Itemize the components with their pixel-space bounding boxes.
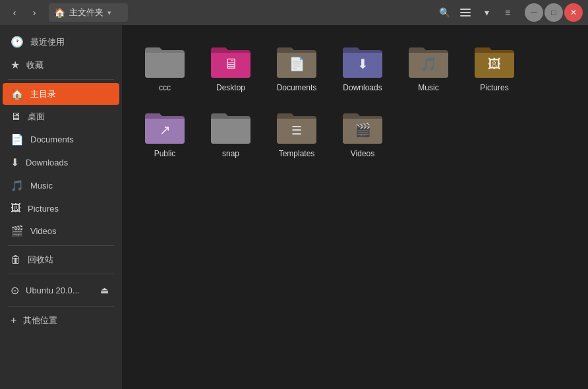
svg-text:🖥: 🖥 (223, 55, 238, 72)
minimize-button[interactable]: ─ (525, 3, 543, 22)
svg-text:📄: 📄 (289, 56, 305, 72)
file-item-public[interactable]: ↗ Public (135, 104, 194, 164)
sidebar-label-documents: Documents (30, 135, 74, 144)
file-item-ccc[interactable]: ccc (135, 38, 194, 98)
forward-button[interactable]: › (25, 3, 44, 22)
sidebar-item-ubuntu[interactable]: ⊙ Ubuntu 20.0... ⏏ (3, 278, 119, 303)
sidebar-label-desktop: 桌面 (28, 111, 45, 123)
file-label-desktop: Desktop (216, 83, 245, 94)
back-button[interactable]: ‹ (5, 3, 24, 22)
svg-text:🖼: 🖼 (488, 57, 501, 71)
sidebar-label-trash: 回收站 (28, 254, 53, 266)
sidebar-label-home: 主目录 (30, 88, 56, 100)
recent-icon: 🕐 (11, 36, 24, 48)
file-label-videos: Videos (351, 149, 374, 160)
sidebar-item-other-places[interactable]: + 其他位置 (3, 310, 119, 331)
titlebar: ‹ › 🏠 主文件夹 ▾ 🔍 ▾ ≡ ─ □ ✕ (0, 0, 588, 25)
folder-icon-music: 🎵 (407, 44, 450, 79)
file-label-downloads: Downloads (343, 83, 382, 94)
titlebar-actions: 🔍 ▾ ≡ (435, 3, 517, 22)
folder-icon-ccc (144, 44, 186, 79)
file-item-desktop[interactable]: 🖥 Desktop (201, 38, 260, 98)
sidebar-label-ubuntu: Ubuntu 20.0... (26, 285, 80, 295)
path-chevron-icon: ▾ (107, 9, 111, 17)
file-item-snap[interactable]: snap (201, 104, 260, 164)
file-item-videos[interactable]: 🎬 Videos (333, 104, 392, 164)
bookmarks-icon: ★ (11, 59, 20, 71)
pictures-icon: 🖼 (11, 202, 21, 214)
close-button[interactable]: ✕ (564, 3, 583, 22)
documents-icon: 📄 (11, 133, 24, 146)
svg-text:🎵: 🎵 (421, 56, 437, 72)
file-item-templates[interactable]: ☰ Templates (267, 104, 326, 164)
menu-button[interactable]: ≡ (498, 3, 517, 22)
eject-button[interactable]: ⏏ (98, 282, 111, 298)
svg-text:⬇: ⬇ (357, 57, 368, 71)
sidebar-item-desktop[interactable]: 🖥 桌面 (3, 106, 119, 127)
videos-icon: 🎬 (11, 225, 24, 237)
sidebar-item-pictures[interactable]: 🖼 Pictures (3, 198, 119, 219)
ubuntu-icon: ⊙ (11, 284, 19, 297)
folder-icon-documents: 📄 (276, 44, 318, 79)
file-label-music: Music (418, 83, 438, 94)
folder-icon-snap (210, 109, 252, 145)
svg-text:🎬: 🎬 (355, 122, 371, 138)
music-icon: 🎵 (11, 179, 24, 192)
sidebar-label-downloads: Downloads (26, 158, 68, 167)
sidebar-divider-3 (8, 274, 114, 274)
sidebar-label-music: Music (30, 181, 53, 191)
file-item-music[interactable]: 🎵 Music (399, 38, 458, 98)
folder-icon-videos: 🎬 (341, 109, 384, 145)
trash-icon: 🗑 (11, 254, 21, 266)
maximize-button[interactable]: □ (544, 3, 563, 22)
sidebar-divider-1 (8, 79, 114, 80)
file-item-pictures[interactable]: 🖼 Pictures (465, 38, 524, 98)
path-bar[interactable]: 🏠 主文件夹 ▾ (49, 3, 128, 22)
home-folder-icon: 🏠 (11, 88, 24, 100)
folder-icon-public: ↗ (144, 109, 186, 145)
sidebar-label-bookmarks: 收藏 (26, 59, 44, 71)
folder-icon-pictures: 🖼 (473, 44, 515, 79)
folder-icon-templates: ☰ (276, 109, 318, 145)
view-toggle-button[interactable]: ▾ (477, 3, 496, 22)
sidebar-label-recent: 最近使用 (30, 36, 65, 48)
other-places-icon: + (11, 314, 16, 326)
svg-rect-2 (460, 15, 471, 16)
list-view-button[interactable] (456, 3, 475, 22)
svg-rect-1 (460, 12, 471, 13)
sidebar-item-videos[interactable]: 🎬 Videos (3, 220, 119, 242)
search-button[interactable]: 🔍 (435, 3, 454, 22)
sidebar-label-pictures: Pictures (28, 204, 59, 214)
window-controls: ─ □ ✕ (525, 3, 583, 22)
sidebar-item-home[interactable]: 🏠 主目录 (3, 83, 119, 105)
svg-text:↗: ↗ (160, 123, 171, 137)
file-label-pictures: Pictures (480, 83, 508, 94)
file-label-templates: Templates (279, 149, 315, 160)
file-item-documents[interactable]: 📄 Documents (267, 38, 326, 98)
sidebar-divider-2 (8, 245, 114, 246)
file-label-public: Public (154, 149, 176, 160)
downloads-icon: ⬇ (11, 156, 19, 169)
folder-icon-downloads: ⬇ (341, 44, 384, 79)
path-label: 主文件夹 (69, 7, 103, 18)
home-icon: 🏠 (54, 7, 65, 18)
sidebar-label-videos: Videos (30, 226, 57, 236)
sidebar-item-documents[interactable]: 📄 Documents (3, 129, 119, 150)
file-area: ccc 🖥 Desktop (122, 25, 588, 389)
file-grid: ccc 🖥 Desktop (135, 38, 575, 163)
svg-rect-0 (460, 9, 471, 10)
sidebar-item-bookmarks[interactable]: ★ 收藏 (3, 54, 119, 76)
sidebar-divider-4 (8, 306, 114, 307)
sidebar-item-music[interactable]: 🎵 Music (3, 175, 119, 196)
sidebar-item-trash[interactable]: 🗑 回收站 (3, 249, 119, 270)
sidebar-item-recent[interactable]: 🕐 最近使用 (3, 31, 119, 53)
main-area: 🕐 最近使用 ★ 收藏 🏠 主目录 🖥 桌面 📄 Documents ⬇ Dow… (0, 25, 588, 389)
svg-text:☰: ☰ (291, 124, 302, 137)
file-item-downloads[interactable]: ⬇ Downloads (333, 38, 392, 98)
sidebar-item-downloads[interactable]: ⬇ Downloads (3, 152, 119, 173)
file-label-documents: Documents (277, 83, 317, 94)
desktop-icon: 🖥 (11, 111, 21, 123)
nav-buttons: ‹ › (5, 3, 44, 22)
folder-icon-desktop: 🖥 (210, 44, 252, 79)
sidebar-label-other-places: 其他位置 (23, 314, 57, 326)
